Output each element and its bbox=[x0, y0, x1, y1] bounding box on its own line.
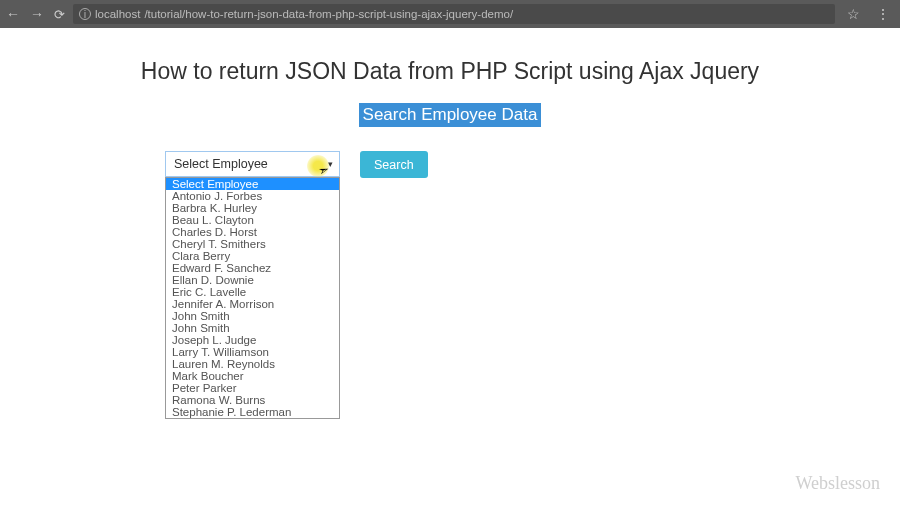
search-button[interactable]: Search bbox=[360, 151, 428, 178]
nav-arrows: ← → ⟳ bbox=[6, 6, 65, 22]
watermark: Webslesson bbox=[795, 473, 880, 494]
menu-icon[interactable]: ⋮ bbox=[872, 6, 894, 22]
forward-icon[interactable]: → bbox=[30, 6, 44, 22]
dropdown-option[interactable]: Barbra K. Hurley bbox=[166, 202, 339, 214]
dropdown-option[interactable]: Select Employee bbox=[166, 178, 339, 190]
dropdown-option[interactable]: John Smith bbox=[166, 322, 339, 334]
dropdown-option[interactable]: Ramona W. Burns bbox=[166, 394, 339, 406]
dropdown-option[interactable]: Peter Parker bbox=[166, 382, 339, 394]
dropdown-option[interactable]: Antonio J. Forbes bbox=[166, 190, 339, 202]
info-icon[interactable]: i bbox=[79, 8, 91, 20]
click-highlight bbox=[307, 155, 329, 177]
dropdown-option[interactable]: Jennifer A. Morrison bbox=[166, 298, 339, 310]
employee-dropdown[interactable]: Select EmployeeAntonio J. ForbesBarbra K… bbox=[165, 177, 340, 419]
dropdown-option[interactable]: John Smith bbox=[166, 310, 339, 322]
dropdown-option[interactable]: Beau L. Clayton bbox=[166, 214, 339, 226]
select-value: Select Employee bbox=[174, 157, 268, 171]
employee-select[interactable]: Select Employee ▾ ➣ bbox=[165, 151, 340, 177]
dropdown-option[interactable]: Joseph L. Judge bbox=[166, 334, 339, 346]
url-bar[interactable]: i localhost/tutorial/how-to-return-json-… bbox=[73, 4, 835, 24]
dropdown-option[interactable]: Stephanie P. Lederman bbox=[166, 406, 339, 418]
chevron-down-icon: ▾ bbox=[328, 159, 333, 169]
dropdown-option[interactable]: Clara Berry bbox=[166, 250, 339, 262]
dropdown-option[interactable]: Eric C. Lavelle bbox=[166, 286, 339, 298]
reload-icon[interactable]: ⟳ bbox=[54, 7, 65, 22]
bookmark-icon[interactable]: ☆ bbox=[843, 6, 864, 22]
page-subtitle: Search Employee Data bbox=[359, 103, 542, 127]
dropdown-option[interactable]: Charles D. Horst bbox=[166, 226, 339, 238]
browser-toolbar: ← → ⟳ i localhost/tutorial/how-to-return… bbox=[0, 0, 900, 28]
employee-select-wrap: Select Employee ▾ ➣ Select EmployeeAnton… bbox=[165, 151, 340, 178]
dropdown-option[interactable]: Edward F. Sanchez bbox=[166, 262, 339, 274]
page-content: How to return JSON Data from PHP Script … bbox=[0, 28, 900, 178]
back-icon[interactable]: ← bbox=[6, 6, 20, 22]
page-title: How to return JSON Data from PHP Script … bbox=[40, 58, 860, 85]
dropdown-option[interactable]: Larry T. Williamson bbox=[166, 346, 339, 358]
url-path: /tutorial/how-to-return-json-data-from-p… bbox=[144, 8, 513, 20]
dropdown-option[interactable]: Lauren M. Reynolds bbox=[166, 358, 339, 370]
dropdown-option[interactable]: Mark Boucher bbox=[166, 370, 339, 382]
dropdown-option[interactable]: Cheryl T. Smithers bbox=[166, 238, 339, 250]
url-host: localhost bbox=[95, 8, 140, 20]
dropdown-option[interactable]: Ellan D. Downie bbox=[166, 274, 339, 286]
search-form: Select Employee ▾ ➣ Select EmployeeAnton… bbox=[165, 151, 860, 178]
